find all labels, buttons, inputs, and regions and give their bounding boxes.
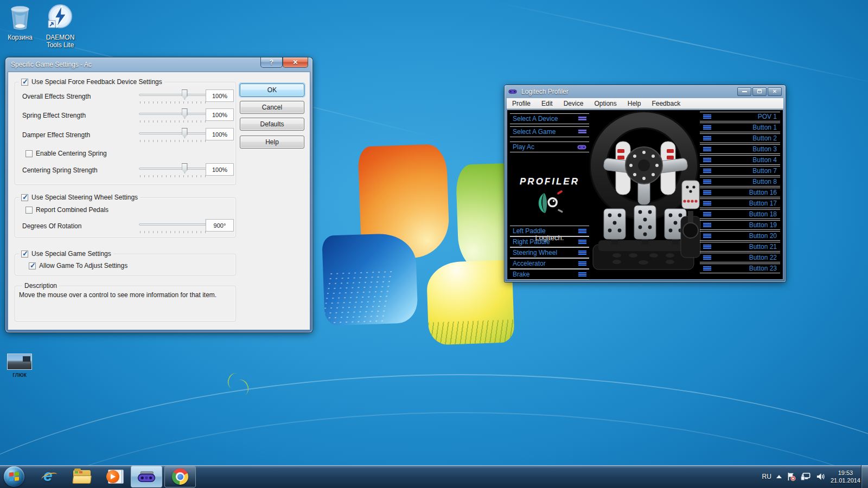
steering-wheel-row[interactable]: Steering Wheel <box>510 247 589 258</box>
slider-track[interactable] <box>139 132 210 134</box>
left-paddle-row[interactable]: Left Paddle <box>510 226 589 236</box>
maximize-icon[interactable] <box>752 87 767 96</box>
slider-thumb[interactable] <box>182 108 188 119</box>
assignment-row-button19[interactable]: Button 19 <box>700 220 780 230</box>
slider-thumb[interactable] <box>182 89 188 100</box>
dialog-close-icon[interactable]: ✕ <box>283 57 308 68</box>
menu-handle-icon[interactable] <box>703 234 711 238</box>
assignment-row-button1[interactable]: Button 1 <box>700 123 780 132</box>
menu-handle-icon[interactable] <box>703 212 711 216</box>
assignment-row-button8[interactable]: Button 8 <box>700 177 780 187</box>
assignment-row-button22[interactable]: Button 22 <box>700 253 780 262</box>
menu-handle-icon[interactable] <box>578 130 586 134</box>
menu-handle-icon[interactable] <box>578 117 586 121</box>
tray-clock[interactable]: 19:53 21.01.2014 <box>831 469 860 484</box>
accelerator-row[interactable]: Accelerator <box>510 258 589 269</box>
desktop-icon-recycle-bin[interactable]: Корзина <box>1 4 39 41</box>
row-label: Button 4 <box>711 156 777 164</box>
gamepad-icon <box>577 144 586 150</box>
play-game-row[interactable]: Play Ac <box>510 142 589 152</box>
allow-game-adjust-checkbox[interactable] <box>29 262 36 269</box>
dialog-help-icon[interactable]: ? <box>260 57 283 68</box>
taskbar-internet-explorer[interactable]: e <box>34 466 65 487</box>
slider-track[interactable] <box>139 168 210 170</box>
taskbar-chrome[interactable] <box>164 466 196 487</box>
assignment-row-pov1[interactable]: POV 1 <box>700 112 780 121</box>
menu-handle-icon[interactable] <box>578 240 586 244</box>
menu-handle-icon[interactable] <box>703 223 711 227</box>
row-label: Left Paddle <box>513 227 578 235</box>
desktop-icon-glitch[interactable]: глюк <box>1 354 39 378</box>
slider-track[interactable] <box>139 94 210 96</box>
assignment-row-button3[interactable]: Button 3 <box>700 144 780 154</box>
assignment-row-button4[interactable]: Button 4 <box>700 155 780 165</box>
assignment-row-button20[interactable]: Button 20 <box>700 231 780 241</box>
assignment-row-button23[interactable]: Button 23 <box>700 264 780 273</box>
taskbar-logitech-profiler[interactable] <box>131 466 162 487</box>
menu-handle-icon[interactable] <box>703 114 711 119</box>
slider-track[interactable] <box>139 113 210 115</box>
select-a-game-row[interactable]: Select A Game <box>510 126 589 137</box>
menu-handle-icon[interactable] <box>578 251 586 255</box>
right-paddle-row[interactable]: Right Paddle <box>510 236 589 247</box>
close-icon[interactable]: ✕ <box>768 87 782 96</box>
menu-edit[interactable]: Edit <box>536 98 558 108</box>
use-special-game-settings-checkbox[interactable] <box>21 251 28 258</box>
menu-handle-icon[interactable] <box>703 179 711 184</box>
cancel-button[interactable]: Cancel <box>240 101 304 114</box>
menu-handle-icon[interactable] <box>703 158 711 162</box>
menu-feedback[interactable]: Feedback <box>646 98 686 108</box>
menu-handle-icon[interactable] <box>703 201 711 206</box>
assignment-row-button18[interactable]: Button 18 <box>700 209 780 219</box>
action-center-flag-icon[interactable] <box>787 472 796 481</box>
language-indicator[interactable]: RU <box>762 473 771 480</box>
minimize-icon[interactable] <box>737 87 751 96</box>
menu-handle-icon[interactable] <box>703 147 711 151</box>
menu-handle-icon[interactable] <box>703 169 711 173</box>
menu-handle-icon[interactable] <box>578 272 586 277</box>
menu-options[interactable]: Options <box>589 98 622 108</box>
start-button[interactable] <box>4 466 24 487</box>
menu-handle-icon[interactable] <box>703 125 711 130</box>
menu-handle-icon[interactable] <box>578 261 586 266</box>
slider-track[interactable] <box>139 223 210 226</box>
menu-handle-icon[interactable] <box>703 266 711 271</box>
enable-centering-spring-checkbox[interactable] <box>25 150 33 157</box>
menu-profile[interactable]: Profile <box>507 98 536 108</box>
use-special-force-feedback-checkbox[interactable] <box>21 79 28 86</box>
hidden-icons-arrow[interactable] <box>776 475 782 478</box>
assignment-row-button7[interactable]: Button 7 <box>700 166 780 176</box>
degrees-of-rotation-slider[interactable] <box>139 221 210 228</box>
taskbar-windows-explorer[interactable] <box>66 466 98 487</box>
slider-thumb[interactable] <box>182 128 188 138</box>
assignment-row-button21[interactable]: Button 21 <box>700 242 780 252</box>
overall-effects-strength-slider[interactable] <box>139 92 210 98</box>
menu-handle-icon[interactable] <box>578 229 586 233</box>
slider-thumb[interactable] <box>182 163 188 174</box>
spring-effect-strength-slider[interactable] <box>139 111 210 117</box>
assignment-row-button16[interactable]: Button 16 <box>700 188 780 197</box>
report-combined-pedals-checkbox[interactable] <box>25 207 33 214</box>
menu-handle-icon[interactable] <box>703 136 711 140</box>
desktop-icon-daemon-tools[interactable]: DAEMON Tools Lite <box>41 3 79 49</box>
show-desktop-button[interactable] <box>861 465 868 488</box>
menu-device[interactable]: Device <box>558 98 589 108</box>
taskbar-media-player[interactable] <box>99 466 130 487</box>
centering-spring-strength-slider[interactable] <box>139 165 210 172</box>
network-icon[interactable] <box>801 472 812 481</box>
damper-effect-strength-slider[interactable] <box>139 130 210 137</box>
assignment-row-button17[interactable]: Button 17 <box>700 198 780 208</box>
volume-icon[interactable] <box>816 472 826 481</box>
ok-button[interactable]: OK <box>240 84 304 97</box>
help-button[interactable]: Help <box>240 136 304 149</box>
use-special-steering-wheel-checkbox[interactable] <box>21 194 28 201</box>
menu-handle-icon[interactable] <box>703 190 711 195</box>
brake-row[interactable]: Brake <box>510 269 589 280</box>
menu-handle-icon[interactable] <box>703 245 711 249</box>
assignment-row-button2[interactable]: Button 2 <box>700 133 780 143</box>
desktop-icon-label: DAEMON Tools Lite <box>41 34 79 49</box>
menu-handle-icon[interactable] <box>703 255 711 260</box>
defaults-button[interactable]: Defaults <box>240 118 304 131</box>
menu-help[interactable]: Help <box>622 98 647 108</box>
select-a-device-row[interactable]: Select A Device <box>510 113 589 124</box>
